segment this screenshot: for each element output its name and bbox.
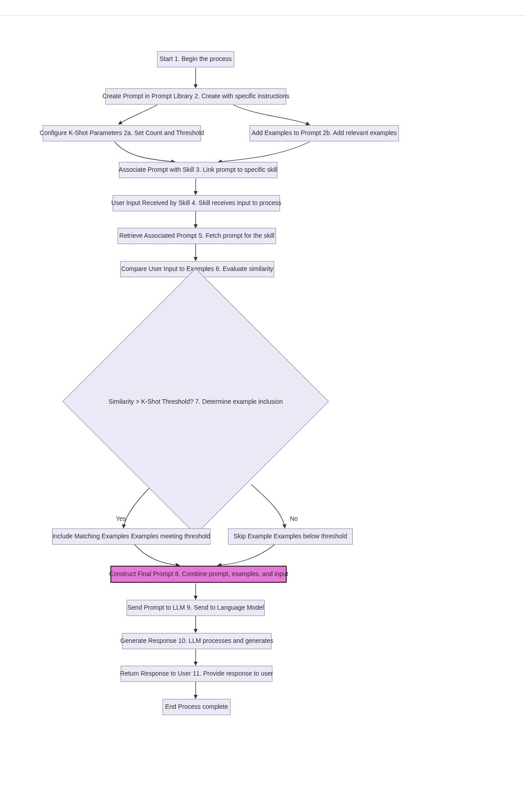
node-label: Send Prompt to LLM 9. Send to Language M… xyxy=(127,604,264,612)
node-label: Associate Prompt with Skill 3. Link prom… xyxy=(119,166,278,174)
edge-label-no: No xyxy=(290,515,298,522)
node-label: Retrieve Associated Prompt 5. Fetch prom… xyxy=(119,232,274,240)
node-construct-final: Construct Final Prompt 8. Combine prompt… xyxy=(110,566,287,583)
node-label: Construct Final Prompt 8. Combine prompt… xyxy=(109,570,288,578)
node-include-examples: Include Matching Examples Examples meeti… xyxy=(52,528,210,545)
node-label: Skip Example Examples below threshold xyxy=(234,533,347,541)
node-label: Create Prompt in Prompt Library 2. Creat… xyxy=(102,92,289,100)
node-label: Start 1. Begin the process xyxy=(159,55,232,63)
node-add-examples: Add Examples to Prompt 2b. Add relevant … xyxy=(249,125,399,141)
node-send-llm: Send Prompt to LLM 9. Send to Language M… xyxy=(127,600,265,616)
node-label: Add Examples to Prompt 2b. Add relevant … xyxy=(252,129,397,137)
node-label: User Input Received by Skill 4. Skill re… xyxy=(111,199,281,207)
node-label: Configure K-Shot Parameters 2a. Set Coun… xyxy=(39,129,204,137)
node-create-prompt: Create Prompt in Prompt Library 2. Creat… xyxy=(105,88,286,105)
edge-label-yes: Yes xyxy=(116,515,126,522)
node-return-response: Return Response to User 11. Provide resp… xyxy=(121,666,272,682)
node-user-input: User Input Received by Skill 4. Skill re… xyxy=(113,195,280,211)
node-label: Include Matching Examples Examples meeti… xyxy=(52,533,210,541)
node-skip-example: Skip Example Examples below threshold xyxy=(228,528,353,545)
node-label: End Process complete xyxy=(165,703,228,711)
diamond-shape xyxy=(62,268,329,535)
node-decision: Similarity > K-Shot Threshold? 7. Determ… xyxy=(101,307,290,496)
node-end: End Process complete xyxy=(162,699,231,715)
node-configure-kshot: Configure K-Shot Parameters 2a. Set Coun… xyxy=(43,125,201,141)
node-label: Generate Response 10. LLM processes and … xyxy=(120,637,273,645)
flowchart-canvas: Start 1. Begin the process Create Prompt… xyxy=(0,0,525,812)
node-generate-response: Generate Response 10. LLM processes and … xyxy=(122,633,271,649)
top-separator xyxy=(0,15,525,16)
node-associate-skill: Associate Prompt with Skill 3. Link prom… xyxy=(119,162,277,178)
node-retrieve-prompt: Retrieve Associated Prompt 5. Fetch prom… xyxy=(118,228,276,244)
node-start: Start 1. Begin the process xyxy=(157,51,234,67)
node-label: Return Response to User 11. Provide resp… xyxy=(120,670,273,678)
